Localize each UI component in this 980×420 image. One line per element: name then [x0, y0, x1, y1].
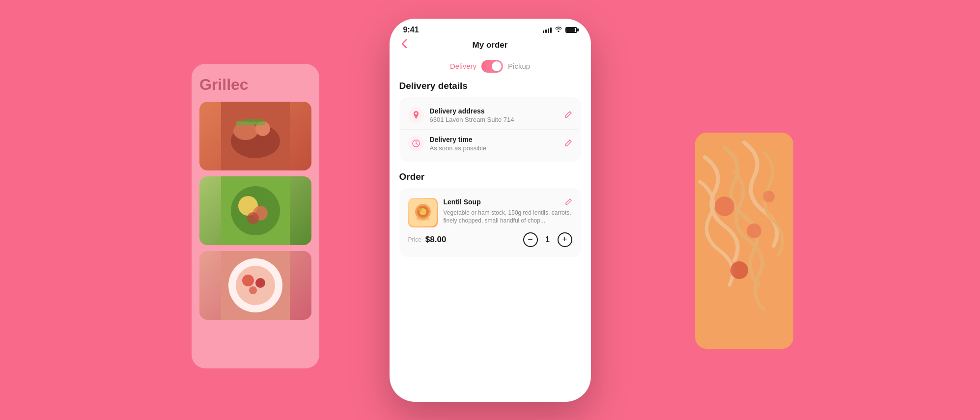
quantity-control: − 1 +: [523, 232, 572, 247]
item-info: Lentil Soup Vegetable or ham stock, 150g…: [444, 198, 572, 225]
pasta-image: [695, 133, 793, 349]
delivery-time-text: Delivery time As soon as possible: [430, 136, 559, 152]
item-thumbnail: [408, 198, 438, 227]
price-section: Price $8.00: [408, 235, 447, 245]
food-thumb-2: [199, 176, 311, 245]
phone-frame: 9:41: [390, 19, 591, 402]
item-edit-icon[interactable]: [565, 198, 572, 207]
svg-point-20: [730, 261, 748, 279]
status-time: 9:41: [403, 26, 419, 34]
delivery-pickup-toggle[interactable]: [481, 60, 503, 73]
svg-point-18: [715, 196, 734, 216]
delivery-details-card: Delivery address 6301 Lavon Stream Suite…: [399, 97, 581, 162]
svg-point-21: [763, 191, 775, 202]
decrease-quantity-button[interactable]: −: [523, 232, 538, 247]
svg-point-28: [418, 208, 422, 212]
time-value: As soon as possible: [430, 144, 559, 152]
svg-point-13: [236, 266, 275, 305]
address-value: 6301 Lavon Stream Suite 714: [430, 116, 559, 123]
svg-rect-5: [243, 119, 263, 122]
svg-point-10: [247, 212, 259, 224]
time-edit-icon[interactable]: [564, 139, 572, 148]
svg-point-16: [249, 286, 257, 294]
time-label: Delivery time: [430, 136, 559, 143]
delivery-time-row[interactable]: Delivery time As soon as possible: [401, 129, 579, 158]
price-value: $8.00: [425, 235, 447, 245]
quantity-value: 1: [544, 235, 552, 244]
bg-card-title: Grillec: [199, 76, 311, 94]
signal-icon: [543, 27, 552, 33]
delivery-toggle-row: Delivery Pickup: [390, 56, 591, 81]
page-header: My order: [390, 38, 591, 56]
svg-rect-4: [236, 121, 265, 125]
order-card: Lentil Soup Vegetable or ham stock, 150g…: [399, 188, 581, 257]
background-card-left: Grillec: [192, 64, 319, 368]
battery-icon: [565, 27, 577, 33]
order-title: Order: [399, 171, 581, 182]
price-label: Price: [408, 236, 421, 243]
scroll-content: Delivery details Delivery address 6301 L…: [390, 81, 591, 402]
delivery-details-title: Delivery details: [399, 81, 581, 91]
svg-point-22: [415, 112, 417, 114]
svg-point-29: [416, 217, 430, 221]
item-description: Vegetable or ham stock, 150g red lentils…: [444, 209, 572, 225]
clock-icon: [408, 136, 424, 151]
status-icons: [543, 26, 577, 33]
svg-point-14: [242, 275, 254, 286]
delivery-label: Delivery: [450, 62, 476, 70]
svg-point-15: [255, 278, 265, 288]
pickup-label: Pickup: [508, 62, 530, 70]
page-title: My order: [473, 40, 508, 50]
food-thumb-1: [199, 102, 311, 170]
food-thumb-3: [199, 251, 311, 320]
delivery-address-text: Delivery address 6301 Lavon Stream Suite…: [430, 107, 559, 123]
address-edit-icon[interactable]: [564, 111, 572, 120]
status-bar: 9:41: [390, 19, 591, 38]
back-button[interactable]: [401, 39, 407, 52]
address-label: Delivery address: [430, 107, 559, 115]
location-icon: [408, 107, 424, 123]
wifi-icon: [555, 26, 562, 33]
svg-point-19: [747, 224, 761, 238]
background-card-right: [695, 133, 793, 349]
order-item: Lentil Soup Vegetable or ham stock, 150g…: [401, 192, 579, 253]
increase-quantity-button[interactable]: +: [558, 232, 572, 247]
item-name: Lentil Soup: [444, 198, 481, 206]
delivery-address-row[interactable]: Delivery address 6301 Lavon Stream Suite…: [401, 101, 579, 129]
